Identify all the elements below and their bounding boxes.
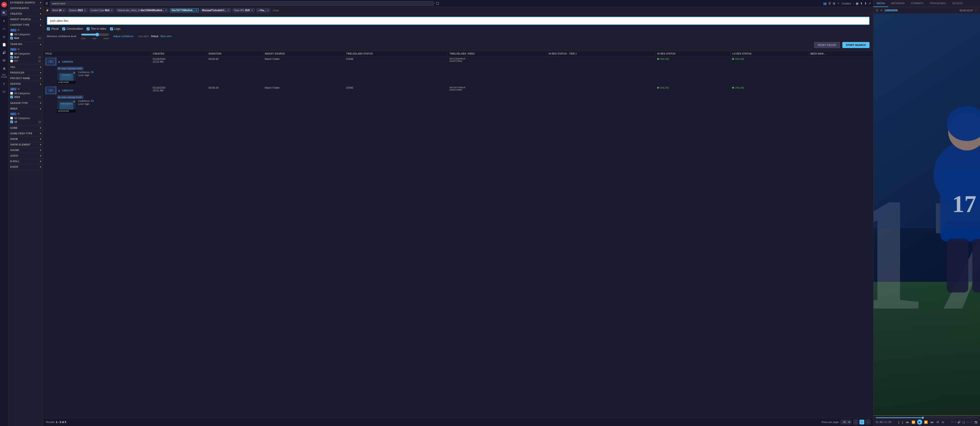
colorful-dots-icon[interactable]: ⬡ [436,1,439,6]
filter-section-header-b-roll[interactable]: B-ROLL ▾ [8,159,43,164]
tab-formats[interactable]: FORMATS [908,0,927,7]
filter-item-all-categories-week[interactable]: All Categories [10,116,41,120]
timeline-handle[interactable] [922,417,924,419]
expand-button[interactable]: ⛶ [970,421,973,423]
users-icon[interactable]: 👥 [823,2,827,5]
filter-item-all-categories-team[interactable]: All Categories [10,52,41,56]
share-icon[interactable]: ↗ [869,2,871,5]
out-point-button[interactable]: ] [901,420,904,424]
filter-section-header-week[interactable]: WEEK ▴ [8,106,43,111]
rows-per-page-select[interactable]: 40 20 80 [840,420,851,424]
filter-tag-week-close[interactable]: ✕ [63,9,65,12]
prev-page-button[interactable]: ‹ [853,420,858,424]
volume-icon[interactable]: 🔊 [958,421,961,424]
az-sort-badge[interactable]: AZ ↓ [10,29,16,32]
sidebar-icon-t[interactable]: T [1,81,8,87]
search-query-input[interactable] [47,17,870,25]
filter-tag-video-id-3-close[interactable]: ✕ [228,9,229,12]
filter-item-pit[interactable]: PIT (2) [10,59,41,63]
filter-section-header-quicksearch[interactable]: QUICKSEARCH ▾ [8,6,43,11]
step-forward-button[interactable]: ⏩ [923,420,929,424]
filter-tag-team-extra-close[interactable]: ✕ [267,9,269,12]
filter-section-header-created[interactable]: CREATED ▾ [8,11,43,16]
filter-item-all-categories-season[interactable]: All Categories [10,91,41,95]
az-sort-badge-week[interactable]: AZ ↓ [10,113,16,115]
checkbox-conversation[interactable] [62,27,65,30]
option-logo[interactable]: Logo [110,27,121,30]
upload-icon[interactable]: ⬆ [860,2,862,5]
reset-fields-button[interactable]: RESET FIELDS [814,42,840,48]
filter-item-melt[interactable]: Melt (2) [10,36,41,40]
filter-tag-twelvelabs-id-close[interactable]: ✕ [165,9,167,12]
option-text-in-video[interactable]: Text in video [87,27,106,30]
filter-item-2023[interactable]: 2023 (2) [10,95,41,99]
filter-section-header-event[interactable]: EVENT ▾ [8,164,43,170]
sidebar-icon-grid[interactable]: ▣ [1,65,8,72]
in-out-mark-button[interactable]: ⊢⊣ [951,421,956,424]
filter-item-all-categories[interactable]: All Categories [10,32,41,36]
menu-icon[interactable]: ☰ [46,2,48,5]
tab-media[interactable]: MEDIA [873,0,888,7]
filter-section-header-show[interactable]: SHOW ▾ [8,137,43,142]
menu-icon-media[interactable]: ☰ [876,9,878,12]
option-conversation[interactable]: Conversation [62,27,83,30]
filter-settings-icon[interactable]: ⚙ [18,29,20,32]
timeline-bar[interactable] [876,417,978,418]
filter-settings-icon-week[interactable]: ⚙ [18,112,20,115]
prev-frame-button[interactable]: ⏮ [905,420,910,424]
headphones-icon[interactable]: 🎧 [962,421,966,424]
sidebar-icon-nfl[interactable]: NFLFILMS [1,73,8,79]
filter-section-header-ingest-source[interactable]: INGEST SOURCE ▾ [8,17,43,22]
sort-arrow-icon[interactable]: ↓ [853,2,854,5]
sidebar-icon-doc[interactable]: 📄 [1,41,8,48]
filter-section-header-game[interactable]: GAME ▾ [8,125,43,130]
filter-section-header-sound[interactable]: SOUND ▾ [8,148,43,153]
grid-view-icon[interactable]: ⊞ [833,2,835,5]
page-1-button[interactable]: 1 [859,420,864,424]
filter-section-header-tag[interactable]: TAG ▾ [8,65,43,70]
az-sort-badge-season[interactable]: AZ ↓ [10,88,16,91]
filter-checkbox-week-19[interactable] [10,121,13,123]
filter-settings-icon-season[interactable]: ⚙ [18,87,20,91]
aspect-ratio-button[interactable]: ▭ [967,421,969,424]
sidebar-icon-upload[interactable]: ⬆ [1,17,8,24]
download-icon[interactable]: ⬇ [864,2,867,5]
filter-tag-video-id-2-close[interactable]: ✕ [196,9,197,12]
in-point-button[interactable]: [ [897,420,900,424]
refresh-icon[interactable]: ↺ [880,9,883,12]
step-back-button[interactable]: ⏪ [911,420,916,424]
filter-settings-icon-team[interactable]: ⚙ [18,48,20,51]
sidebar-icon-ct[interactable]: CT [1,89,8,95]
list-view-icon[interactable]: ☰ [829,2,831,5]
filter-section-header-audio[interactable]: AUDIO ▾ [8,153,43,159]
sidebar-icon-tag[interactable]: 🏷 [1,25,8,32]
checkbox-visual[interactable] [47,27,50,30]
filter-section-header-season[interactable]: SEASON ▴ [8,81,43,87]
loop-button[interactable]: ↺ [935,420,940,424]
tab-metadata[interactable]: METADATA [888,0,908,7]
filter-section-header-producer[interactable]: PRODUCER ▾ [8,70,43,75]
next-frame-button[interactable]: ⏭ [930,420,934,424]
filter-section-header-season-type[interactable]: SEASON TYPE ▾ [8,100,43,106]
sidebar-icon-speaker[interactable]: 🔊 [1,49,8,56]
filter-checkbox-melt[interactable] [10,37,13,40]
filter-section-header-team-nfl[interactable]: TEAM NFL ▴ [8,41,43,47]
main-search-input[interactable] [50,1,434,6]
filter-tag-content-type-close[interactable]: ✕ [111,9,113,12]
filter-item-week-19[interactable]: 19 (2) [10,120,41,124]
plus-icon[interactable]: ＋ [837,2,840,5]
speed-button[interactable]: 1x [941,420,945,424]
filter-section-header-project-name[interactable]: PROJECT NAME ▾ [8,76,43,81]
filter-tag-team-buf-close[interactable]: ✕ [251,9,253,12]
filter-section-header-content-type[interactable]: CONTENT TYPE ▴ [8,22,43,28]
filter-checkbox-all-categories[interactable] [10,33,13,36]
table-row-2[interactable]: ▶ 19805104 01/16/202410:31 AM 00:00:29 W… [43,85,873,95]
fullscreen-icon[interactable]: ⛶ [975,9,978,12]
filter-checkbox-all-team[interactable] [10,52,13,55]
table-view-icon[interactable]: ▦ [856,2,858,5]
sidebar-icon-wiki[interactable]: W [1,57,8,64]
checkbox-text-in-video[interactable] [87,27,90,30]
table-row[interactable]: ▶ 19806856 01/16/202410:32 AM 00:00:30 W… [43,57,873,67]
sidebar-icon-layers[interactable]: ⊞ [1,33,8,40]
adjust-confidence-link[interactable]: Adjust confidence [113,35,134,38]
